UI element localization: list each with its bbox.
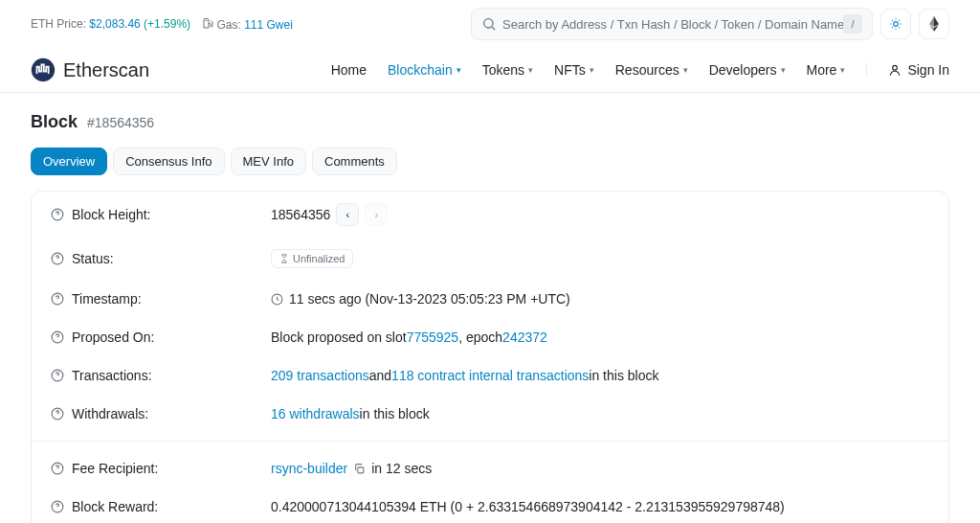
search-container[interactable]: / [471, 8, 873, 40]
internal-transactions-link[interactable]: 118 contract internal transactions [391, 368, 589, 383]
hourglass-icon [279, 254, 289, 263]
label-timestamp: Timestamp: [72, 291, 142, 307]
label-status: Status: [72, 251, 114, 266]
help-icon[interactable] [51, 208, 64, 221]
search-icon [481, 16, 497, 32]
ethereum-icon [928, 16, 940, 32]
page-sub: #18564356 [87, 115, 154, 130]
help-icon[interactable] [51, 292, 64, 306]
chevron-down-icon: ▾ [457, 65, 461, 75]
logo-text: Etherscan [63, 59, 149, 81]
search-input[interactable] [502, 17, 843, 32]
help-icon[interactable] [51, 252, 64, 265]
copy-icon[interactable] [353, 463, 366, 475]
nav-home[interactable]: Home [331, 62, 367, 78]
value-block-reward: 0.420000713044105394 ETH (0 + 2.63315466… [271, 499, 785, 514]
etherscan-logo-icon [31, 57, 56, 82]
tabs: Overview Consensus Info MEV Info Comment… [0, 148, 980, 191]
tx-suffix: in this block [589, 368, 658, 383]
sun-icon [889, 17, 902, 31]
divider [32, 441, 948, 442]
next-block-button[interactable]: › [365, 203, 388, 226]
eth-price-change: (+1.59%) [144, 17, 190, 31]
nav-divider [866, 62, 867, 78]
eth-price-label: ETH Price: [31, 17, 86, 31]
tab-overview[interactable]: Overview [31, 148, 107, 175]
nav-resources[interactable]: Resources▾ [615, 62, 688, 78]
tab-mev-info[interactable]: MEV Info [231, 148, 306, 175]
tx-mid: and [369, 368, 391, 383]
fee-recipient-link[interactable]: rsync-builder [271, 461, 347, 476]
help-icon[interactable] [51, 462, 64, 475]
search-shortcut-badge: / [843, 14, 862, 34]
withdrawals-link[interactable]: 16 withdrawals [271, 406, 360, 421]
nav-developers[interactable]: Developers▾ [709, 62, 786, 78]
label-fee-recipient: Fee Recipient: [72, 461, 158, 476]
gas-value[interactable]: 111 Gwei [244, 18, 293, 32]
row-proposed-on: Proposed On: Block proposed on slot 7755… [32, 318, 948, 356]
proposed-prefix: Block proposed on slot [271, 330, 407, 345]
chevron-down-icon: ▾ [528, 65, 533, 75]
svg-point-1 [894, 22, 899, 27]
user-icon [888, 63, 902, 77]
nav-more[interactable]: More▾ [807, 62, 846, 78]
prev-block-button[interactable]: ‹ [336, 203, 359, 226]
chevron-down-icon: ▾ [781, 65, 786, 75]
topbar: ETH Price: $2,083.46 (+1.59%) Gas: 111 G… [0, 0, 980, 48]
logo[interactable]: Etherscan [31, 57, 149, 82]
row-timestamp: Timestamp: 11 secs ago (Nov-13-2023 05:0… [32, 280, 948, 318]
svg-point-3 [893, 65, 898, 70]
eth-price-value[interactable]: $2,083.46 [89, 17, 140, 31]
nav-nfts[interactable]: NFTs▾ [554, 62, 594, 78]
status-badge: Unfinalized [271, 249, 353, 268]
clock-icon [271, 293, 283, 306]
network-button[interactable] [919, 9, 949, 39]
help-icon[interactable] [51, 407, 64, 421]
row-status: Status: Unfinalized [32, 238, 948, 280]
gas-pump-icon [202, 17, 213, 29]
help-icon[interactable] [51, 330, 64, 344]
chevron-down-icon: ▾ [683, 65, 688, 75]
row-fee-recipient: Fee Recipient: rsync-builder in 12 secs [32, 449, 948, 488]
svg-rect-12 [358, 466, 364, 472]
tab-comments[interactable]: Comments [312, 148, 397, 175]
theme-toggle-button[interactable] [880, 9, 911, 39]
chevron-down-icon: ▾ [590, 65, 594, 75]
value-timestamp: 11 secs ago (Nov-13-2023 05:05:23 PM +UT… [289, 291, 570, 307]
transactions-link[interactable]: 209 transactions [271, 368, 369, 383]
svg-point-0 [484, 19, 493, 28]
block-details-card: Block Height: 18564356 ‹ › Status: Unfin… [31, 191, 949, 523]
topbar-left: ETH Price: $2,083.46 (+1.59%) Gas: 111 G… [31, 17, 293, 32]
signin-button[interactable]: Sign In [888, 62, 949, 78]
label-block-reward: Block Reward: [72, 499, 158, 514]
gas-price: Gas: 111 Gwei [202, 17, 293, 32]
label-transactions: Transactions: [72, 368, 152, 383]
page-title: Block [31, 112, 78, 132]
gas-label: Gas: [216, 18, 240, 32]
label-proposed-on: Proposed On: [72, 330, 154, 345]
slot-link[interactable]: 7755925 [407, 330, 459, 345]
epoch-link[interactable]: 242372 [502, 330, 547, 345]
label-block-height: Block Height: [72, 207, 150, 222]
row-transactions: Transactions: 209 transactions and 118 c… [32, 356, 948, 395]
nav-blockchain[interactable]: Blockchain▾ [388, 62, 461, 78]
row-block-height: Block Height: 18564356 ‹ › [32, 192, 948, 238]
tab-consensus-info[interactable]: Consensus Info [113, 148, 224, 175]
value-block-height: 18564356 [271, 207, 330, 222]
help-icon[interactable] [51, 369, 64, 382]
proposed-mid: , epoch [458, 330, 502, 345]
chevron-down-icon: ▾ [840, 65, 845, 75]
row-withdrawals: Withdrawals: 16 withdrawals in this bloc… [32, 395, 948, 433]
eth-price: ETH Price: $2,083.46 (+1.59%) [31, 17, 190, 31]
nav-links: Home Blockchain▾ Tokens▾ NFTs▾ Resources… [331, 62, 949, 78]
page-header: Block #18564356 [0, 93, 980, 148]
help-icon[interactable] [51, 500, 64, 513]
label-withdrawals: Withdrawals: [72, 406, 148, 421]
withdrawals-suffix: in this block [360, 406, 430, 421]
fee-recipient-suffix: in 12 secs [371, 461, 432, 476]
navbar: Etherscan Home Blockchain▾ Tokens▾ NFTs▾… [0, 48, 980, 93]
row-block-reward: Block Reward: 0.420000713044105394 ETH (… [32, 488, 948, 523]
topbar-right: / [471, 8, 949, 40]
nav-tokens[interactable]: Tokens▾ [482, 62, 533, 78]
